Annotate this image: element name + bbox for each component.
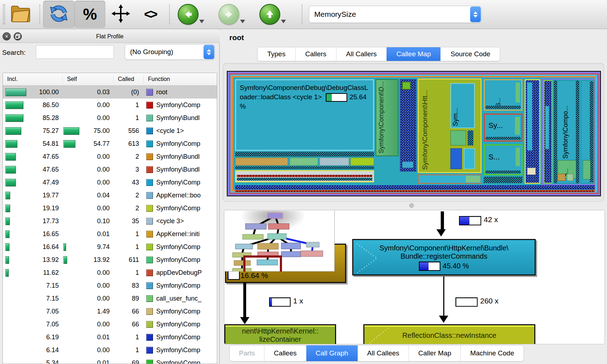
graph-view-tab[interactable]: Machine Code	[461, 345, 524, 361]
treemap-block-sym[interactable]: Sym...	[450, 83, 475, 128]
graph-view-tab[interactable]: Parts	[230, 345, 264, 361]
table-row[interactable]: 47.65 0.00 3 Symfony\Bundl	[3, 163, 217, 176]
forward-dropdown-caret[interactable]	[240, 20, 245, 23]
self-value: 0.00	[97, 179, 110, 186]
function-color-icon	[146, 115, 153, 121]
table-row[interactable]: 6.19 0.01 1 Symfony\Comp	[3, 331, 217, 344]
treemap-cell[interactable]	[418, 174, 482, 184]
function-name: Symfony\Bundl	[156, 153, 200, 161]
detail-tab[interactable]: Source Code	[441, 47, 500, 61]
detail-tab[interactable]: Callee Map	[387, 47, 441, 61]
treemap-cell[interactable]	[290, 158, 318, 166]
treemap-block-httpkernel[interactable]: Symfony\Component\Htt... Sym...	[418, 78, 482, 173]
toolbar-drag-handle[interactable]	[3, 4, 5, 24]
back-button[interactable]	[178, 4, 204, 25]
tab-label: Types	[267, 50, 286, 58]
search-input[interactable]	[36, 45, 114, 59]
table-row[interactable]: 19.19 0.00 2 Symfony\Comp	[3, 202, 217, 215]
call-graph-node-newinstance[interactable]: ReflectionClass::newInstance	[363, 324, 535, 344]
call-graph-pane[interactable]: 16.64 %	[224, 210, 605, 344]
graph-view-tab[interactable]: Caller Map	[409, 345, 461, 361]
incl-value: 47.65	[43, 153, 59, 161]
table-row[interactable]: 47.65 0.00 2 Symfony\Bundl	[3, 150, 217, 163]
treemap-cell[interactable]	[464, 148, 475, 169]
function-color-icon	[146, 89, 153, 96]
treemap-cell[interactable]	[350, 158, 374, 166]
incl-value: 6.14	[46, 346, 59, 354]
treemap-cell[interactable]	[450, 130, 466, 145]
reload-button[interactable]	[43, 1, 75, 28]
self-value: 0.00	[97, 282, 110, 289]
table-row[interactable]: 75.27 75.00 556 <cycle 1>	[3, 124, 217, 137]
table-row[interactable]: 47.49 0.00 43 Symfony\Comp	[3, 176, 217, 189]
table-row[interactable]: 100.00 0.03 (0) root	[3, 86, 217, 99]
table-row[interactable]: 16.65 0.01 1 AppKernel::initi	[3, 227, 217, 240]
treemap-block-compo[interactable]: Symfony\Compo... S...	[554, 80, 579, 183]
treemap-block-debug-vertical[interactable]: Symfony\Component\D...	[376, 79, 398, 156]
called-value: 1	[113, 331, 143, 344]
callee-map-groupbox: Symfony\Component\Debug\DebugClassLoader…	[223, 63, 604, 202]
open-file-button[interactable]	[7, 2, 34, 27]
grouping-selector[interactable]: (No Grouping)	[125, 44, 215, 60]
close-dock-button[interactable]: ×	[3, 32, 11, 40]
move-button[interactable]	[107, 2, 134, 27]
table-row[interactable]: 19.77 0.04 2 AppKernel::boo	[3, 189, 217, 202]
table-row[interactable]: 11.62 0.00 1 appDevDebugP	[3, 266, 217, 279]
table-row[interactable]: 7.15 0.00 83 Symfony\Comp	[3, 279, 217, 292]
call-graph-overview-minimap[interactable]	[225, 211, 335, 272]
treemap-block-s1[interactable]: S...	[484, 79, 522, 111]
table-row[interactable]: 16.64 9.74 1 Symfony\Comp	[3, 240, 217, 253]
detail-tab[interactable]: Callers	[296, 47, 336, 61]
callee-treemap[interactable]: Symfony\Component\Debug\DebugClassLoader…	[227, 71, 601, 196]
table-row[interactable]: 7.05 1.49 66 Symfony\Comp	[3, 305, 217, 318]
treemap-cell[interactable]	[235, 170, 374, 182]
table-row[interactable]: 17.73 0.10 35 <cycle 3>	[3, 215, 217, 227]
treemap-section[interactable]: Symfony\Compo... S...	[542, 78, 595, 185]
called-value: 1	[113, 266, 143, 279]
pane-splitter-handle[interactable]	[409, 203, 414, 208]
table-row[interactable]: 7.15 0.00 89 call_user_func_	[3, 292, 217, 305]
graph-view-tab[interactable]: All Callees	[358, 345, 409, 361]
treemap-cell[interactable]	[450, 148, 462, 169]
detail-tab[interactable]: All Callers	[336, 47, 387, 61]
table-row[interactable]: 13.92 13.92 611 Symfony\Comp	[3, 253, 217, 266]
call-graph-node-initializecontainer[interactable]: nent\HttpKernel\Kernel:: lizeContainer	[224, 324, 336, 344]
call-graph-node-registercommands[interactable]: Symfony\Component\HttpKernel\Bundle\ Bun…	[352, 239, 536, 276]
graph-view-tabs: Parts Callees Call Graph All Callees Cal…	[229, 345, 524, 361]
called-value: 83	[113, 279, 143, 292]
treemap-block-sy[interactable]: Sy...	[484, 114, 522, 142]
column-header-called[interactable]: Called	[114, 75, 144, 83]
percent-toggle-button[interactable]: %	[75, 1, 105, 28]
relative-cost-button[interactable]: <>	[137, 2, 163, 27]
treemap-cell[interactable]	[581, 80, 594, 183]
forward-button[interactable]	[219, 4, 245, 25]
treemap-cell[interactable]	[235, 158, 288, 166]
event-type-selector[interactable]: MemorySize	[309, 6, 482, 23]
column-header-incl[interactable]: Incl.	[3, 75, 63, 83]
back-dropdown-caret[interactable]	[199, 20, 204, 23]
up-button[interactable]	[259, 4, 286, 25]
treemap-cell[interactable]	[400, 79, 416, 172]
graph-view-tab[interactable]: Call Graph	[306, 345, 358, 361]
incl-bar	[5, 192, 10, 199]
column-header-self[interactable]: Self	[63, 75, 114, 83]
incl-value: 19.77	[43, 192, 59, 199]
treemap-block-debugclassloader[interactable]: Symfony\Component\Debug\DebugClassLoader…	[235, 79, 374, 151]
node-label: ReflectionClass::newInstance	[402, 331, 496, 340]
table-row[interactable]: 54.81 54.77 613 Symfony\Comp	[3, 137, 217, 150]
table-row[interactable]: 86.50 0.00 1 Symfony\Comp	[3, 99, 217, 111]
table-row[interactable]: 7.05 0.00 66 Symfony\Comp	[3, 318, 217, 331]
detail-tab[interactable]: Types	[258, 47, 296, 61]
table-row[interactable]: 5.34 0.01 69 Symfony\Comp	[3, 356, 217, 364]
up-dropdown-caret[interactable]	[281, 20, 286, 23]
float-dock-button[interactable]	[14, 32, 22, 40]
treemap-block-s2[interactable]: S...	[484, 144, 522, 175]
edge-count-label: 1 x	[293, 297, 303, 305]
table-row[interactable]: 85.28 0.00 1 Symfony\Bundl	[3, 111, 217, 124]
column-header-function[interactable]: Function	[144, 75, 217, 83]
table-row[interactable]: 6.14 0.00 1 Symfony\Comp	[3, 344, 217, 356]
graph-view-tab[interactable]: Callees	[264, 345, 306, 361]
self-value: 54.77	[94, 140, 110, 148]
treemap-cell[interactable]	[525, 79, 540, 184]
treemap-cell[interactable]	[320, 158, 349, 166]
